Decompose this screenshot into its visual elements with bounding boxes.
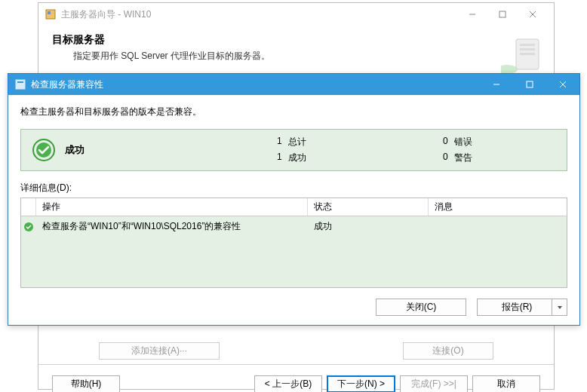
svg-rect-8 (520, 44, 535, 46)
dialog-footer: 关闭(C) 报告(R) (20, 299, 567, 316)
report-button[interactable]: 报告(R) (477, 299, 567, 316)
wizard-footer: 帮助(H) < 上一步(B) 下一步(N) > 完成(F) >>| 取消 (38, 364, 554, 392)
svg-rect-1 (48, 11, 51, 14)
help-button[interactable]: 帮助(H) (52, 375, 120, 392)
stat-warning: 0警告 (443, 152, 556, 164)
svg-rect-14 (527, 81, 533, 87)
details-label: 详细信息(D): (20, 182, 567, 194)
svg-rect-12 (17, 81, 23, 83)
stat-success: 1成功 (277, 152, 390, 164)
dialog-icon (14, 78, 26, 90)
close-button[interactable] (518, 4, 548, 25)
col-message[interactable]: 消息 (429, 198, 567, 216)
server-graphic-icon (501, 32, 546, 77)
status-label: 成功 (65, 143, 277, 157)
wizard-window-controls (457, 4, 548, 25)
report-button-label: 报告(R) (502, 301, 533, 314)
svg-rect-11 (16, 80, 25, 89)
wizard-header-title: 目标服务器 (52, 33, 540, 47)
maximize-button[interactable] (487, 4, 518, 25)
col-icon[interactable] (21, 198, 36, 216)
col-status[interactable]: 状态 (308, 198, 429, 216)
wizard-title: 主服务器向导 - WIN10 (61, 8, 457, 21)
cancel-button[interactable]: 取消 (472, 375, 540, 392)
wizard-titlebar: 主服务器向导 - WIN10 (38, 3, 554, 26)
svg-rect-10 (520, 53, 535, 55)
row-status-icon (21, 219, 36, 234)
status-stats: 1总计 0错误 1成功 0警告 (277, 136, 556, 164)
dialog-maximize-button[interactable] (513, 74, 546, 95)
compatibility-dialog: 检查服务器兼容性 检查主服务器和目标服务器的版本是否兼容。 成功 1总计 0错误… (8, 73, 580, 326)
row-operation: 检查服务器“WIN10”和“WIN10\SQL2016”的兼容性 (36, 218, 308, 235)
back-button[interactable]: < 上一步(B) (254, 375, 322, 392)
dialog-minimize-button[interactable] (480, 74, 513, 95)
status-summary: 成功 1总计 0错误 1成功 0警告 (20, 129, 567, 171)
row-message (429, 225, 567, 229)
connect-button[interactable]: 连接(O) (403, 342, 493, 360)
row-status: 成功 (308, 218, 429, 235)
wizard-header-subtitle: 指定要用作 SQL Server 代理作业目标的服务器。 (52, 50, 540, 63)
minimize-button[interactable] (457, 4, 487, 25)
svg-rect-3 (499, 11, 506, 17)
success-icon (32, 138, 56, 162)
close-dialog-button[interactable]: 关闭(C) (376, 299, 466, 316)
details-table: 操作 状态 消息 检查服务器“WIN10”和“WIN10\SQL2016”的兼容… (20, 198, 567, 288)
svg-rect-9 (520, 48, 535, 51)
table-header: 操作 状态 消息 (21, 198, 567, 216)
dialog-title: 检查服务器兼容性 (31, 78, 480, 91)
finish-button: 完成(F) >>| (400, 375, 468, 392)
chevron-down-icon[interactable] (552, 299, 567, 315)
dialog-content: 检查主服务器和目标服务器的版本是否兼容。 成功 1总计 0错误 1成功 0警告 … (8, 95, 579, 325)
wizard-icon (45, 8, 57, 20)
add-connection-button[interactable]: 添加连接(A)··· (99, 342, 220, 360)
table-row[interactable]: 检查服务器“WIN10”和“WIN10\SQL2016”的兼容性 成功 (21, 216, 567, 237)
dialog-close-button[interactable] (546, 74, 579, 95)
col-operation[interactable]: 操作 (36, 198, 308, 216)
stat-error: 0错误 (443, 136, 556, 149)
stat-total: 1总计 (277, 136, 390, 149)
dialog-description: 检查主服务器和目标服务器的版本是否兼容。 (20, 106, 567, 118)
wizard-header: 目标服务器 指定要用作 SQL Server 代理作业目标的服务器。 (38, 26, 554, 74)
next-button[interactable]: 下一步(N) > (327, 375, 395, 392)
dialog-titlebar: 检查服务器兼容性 (8, 74, 579, 95)
